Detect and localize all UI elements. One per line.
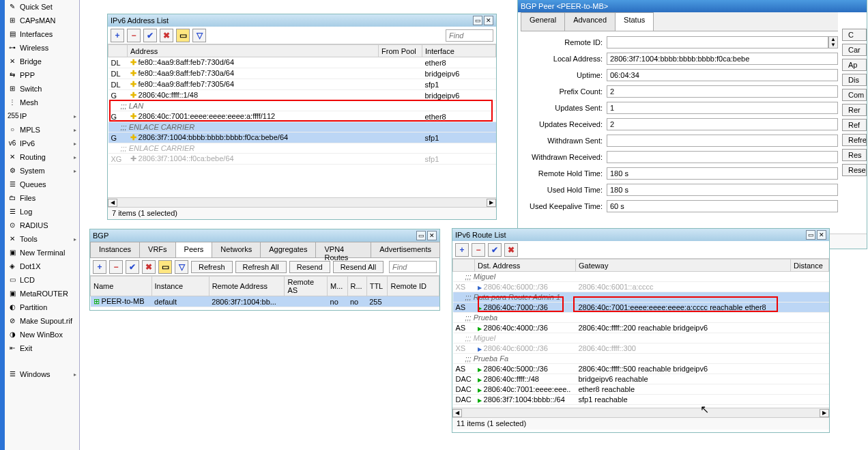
resend-button[interactable]: Resend [289,261,330,273]
sidebar-item-lcd[interactable]: ▭LCD [5,273,79,287]
col-remote-id[interactable]: Remote ID [388,277,439,296]
sidebar-item-bridge[interactable]: ✕Bridge [5,55,79,68]
sidebar-item-metarouter[interactable]: ▣MetaROUTER [5,287,79,300]
sidebar-item-system[interactable]: ⚙System▸ [5,164,79,178]
sidebar-item-mesh[interactable]: ⋮Mesh [5,96,79,109]
add-button[interactable]: + [455,243,469,257]
resend-all-button[interactable]: Resend All [333,261,384,273]
table-row[interactable]: DAC▶ 2806:40c:ffff::/48bridgeipv6 reacha… [453,374,829,384]
filter-button[interactable]: ▽ [192,29,206,42]
table-row[interactable]: ;;; LAN [108,101,496,111]
sidebar-item-queues[interactable]: ☰Queues [5,178,79,191]
horizontal-scrollbar[interactable]: ◀ ▶ [108,197,496,207]
side-button-c[interactable]: C [842,29,867,41]
field-input[interactable] [607,53,838,65]
sidebar-item-dot1x[interactable]: ◈Dot1X [5,259,79,273]
col-m-[interactable]: M... [328,277,347,296]
sidebar-item-interfaces[interactable]: ▤Interfaces [5,27,79,41]
comment-button[interactable]: ▭ [176,29,190,42]
minimize-icon[interactable]: ▭ [473,16,482,25]
table-row[interactable]: ;;; ENLACE CARRIER [108,143,496,154]
table-row[interactable]: DL✚ fe80::4aa9:8aff:feb7:730a/64bridgeip… [108,68,496,79]
close-icon[interactable]: ✕ [484,16,493,25]
col-address[interactable]: Address [128,45,379,57]
table-row[interactable]: XG✚ 2806:3f7:1004::f0ca:bebe/64sfp1 [108,154,496,165]
col-ttl[interactable]: TTL [366,277,388,296]
tab-vrfs[interactable]: VRFs [139,242,176,257]
tab-vpn4-routes[interactable]: VPN4 Routes [315,242,371,257]
side-button-refre[interactable]: Refre [842,134,867,146]
col-remote-address[interactable]: Remote Address [209,277,285,296]
sidebar-item-radius[interactable]: ⊙RADIUS [5,219,79,232]
table-row[interactable]: ;;; Prueba [453,313,829,323]
close-icon[interactable]: ✕ [427,231,437,240]
sidebar-item-mpls[interactable]: ○MPLS▸ [5,123,79,137]
sidebar-item-tools[interactable]: ✕Tools▸ [5,232,79,246]
col-distance[interactable]: Distance [791,259,829,272]
table-row[interactable]: XS▶ 2806:40c:6000::/362806:40c:6001::a:c… [453,282,829,292]
table-row[interactable]: ;;; ENLACE CARRIER [108,122,496,132]
table-row[interactable]: DL✚ fe80::4aa9:8aff:feb7:730d/64ether8 [108,57,496,68]
filter-button[interactable]: ▽ [175,260,188,274]
updown-icon[interactable]: ▲▼ [828,36,838,48]
tab-advanced[interactable]: Advanced [564,12,616,31]
enable-button[interactable]: ✔ [143,29,157,42]
comment-button[interactable]: ▭ [158,260,172,274]
sidebar-item-routing[interactable]: ✕Routing▸ [5,150,79,164]
table-row[interactable]: G✚ 2806:3f7:1004:bbbb:bbbb:bbbb:f0ca:beb… [108,132,496,143]
side-button-rer[interactable]: Rer [842,104,867,116]
field-input[interactable] [607,85,838,98]
disable-button[interactable]: ✖ [504,243,518,257]
tab-peers[interactable]: Peers [175,242,213,257]
field-input[interactable] [607,102,838,114]
address-table[interactable]: Address From Pool Interface DL✚ fe80::4a… [108,44,496,165]
table-row[interactable]: ;;; Miguel [453,333,829,343]
remove-button[interactable]: − [472,243,485,257]
add-button[interactable]: + [93,260,106,274]
sidebar-item-partition[interactable]: ◐Partition [5,300,79,314]
minimize-icon[interactable]: ▭ [416,231,426,240]
sidebar-item-make-supout-rif[interactable]: ⊘Make Supout.rif [5,314,79,328]
scroll-right-icon[interactable]: ▶ [820,409,829,417]
titlebar[interactable]: IPv6 Route List ▭ ✕ [452,229,829,241]
col-interface[interactable]: Interface [422,45,496,57]
side-button-com[interactable]: Com [842,89,867,101]
field-input[interactable] [607,151,838,163]
sidebar-item-ipv6[interactable]: v6IPv6▸ [5,137,79,150]
field-input[interactable] [607,184,838,196]
sidebar-item-capsman[interactable]: ⊞CAPsMAN [5,14,79,27]
disable-button[interactable]: ✖ [142,260,156,274]
tab-status[interactable]: Status [615,12,654,31]
table-row[interactable]: G✚ 2806:40c:7001:eeee:eeee:eeee:a:ffff/1… [108,111,496,122]
col-name[interactable]: Name [91,277,152,296]
tab-instances[interactable]: Instances [90,242,140,257]
sidebar-item-wireless[interactable]: ⊶Wireless [5,41,79,55]
table-row[interactable]: ;;; Miguel [453,272,829,282]
side-button-car[interactable]: Car [842,44,867,56]
sidebar-item-new-terminal[interactable]: ▣New Terminal [5,246,79,259]
field-input[interactable] [607,135,838,147]
sidebar-item-new-winbox[interactable]: ◑New WinBox [5,328,79,341]
titlebar[interactable]: BGP Peer <PEER-to-MB> [518,0,867,12]
remove-button[interactable]: − [127,29,141,42]
side-button-res[interactable]: Res [842,149,867,161]
add-button[interactable]: + [111,29,124,42]
scroll-right-icon[interactable]: ▶ [487,199,496,207]
tab-general[interactable]: General [521,12,565,31]
tab-aggregates[interactable]: Aggregates [260,242,316,257]
find-input[interactable] [389,261,437,273]
table-row[interactable]: ⊞ PEER-to-MBdefault2806:3f7:1004:bb...no… [91,296,439,307]
refresh-button[interactable]: Refresh [191,261,233,273]
refresh-all-button[interactable]: Refresh All [235,261,287,273]
table-row[interactable]: XS▶ 2806:40c:6000::/362806:40c:ffff::300 [453,343,829,354]
titlebar[interactable]: IPv6 Address List ▭ ✕ [108,14,496,27]
close-icon[interactable]: ✕ [817,230,826,240]
field-input[interactable] [607,200,838,212]
field-input[interactable] [607,167,838,180]
scroll-left-icon[interactable]: ◀ [108,199,117,207]
col-gateway[interactable]: Gateway [576,259,791,272]
table-row[interactable]: ;;; Prueba Fa [453,354,829,364]
col-remote-as[interactable]: Remote AS [285,277,328,296]
sidebar-item-ppp[interactable]: ⇆PPP [5,68,79,82]
table-row[interactable]: AS▶ 2806:40c:7000::/362806:40c:7001:eeee… [453,303,829,313]
